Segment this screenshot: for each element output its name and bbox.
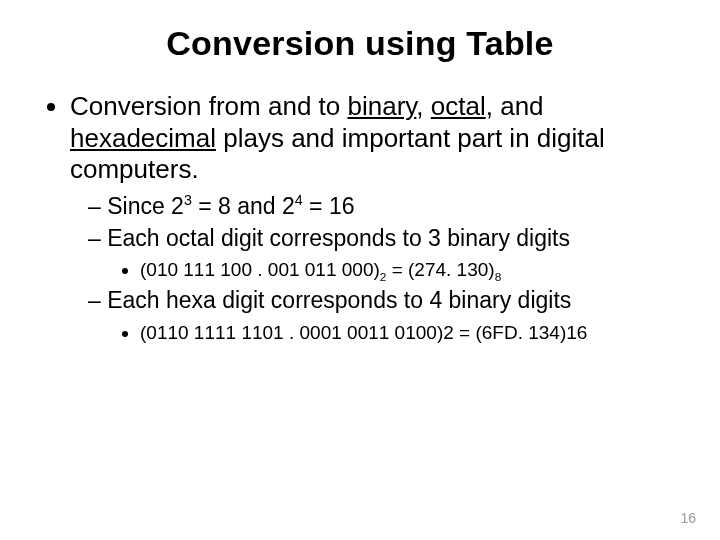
sub2-text: Each octal digit corresponds to 3 binary… xyxy=(107,225,570,251)
ex1-b: = (274. 130) xyxy=(386,259,494,280)
bullet-list-level3b: (0110 1111 1101 . 0001 0011 0100)2 = (6F… xyxy=(88,320,680,345)
slide: Conversion using Table Conversion from a… xyxy=(0,0,720,540)
ex1-base8: 8 xyxy=(495,270,502,283)
sub-bullet-1: Since 23 = 8 and 24 = 16 xyxy=(88,192,680,221)
example-2: (0110 1111 1101 . 0001 0011 0100)2 = (6F… xyxy=(140,320,680,345)
bullet-list-level3a: (010 111 100 . 001 011 000)2 = (274. 130… xyxy=(88,257,680,282)
sub3-text: Each hexa digit corresponds to 4 binary … xyxy=(107,287,571,313)
bullet-1-sep1: , xyxy=(416,91,430,121)
bullet-list-level1: Conversion from and to binary, octal, an… xyxy=(40,91,680,345)
page-number: 16 xyxy=(680,510,696,526)
underline-octal: octal xyxy=(431,91,486,121)
bullet-1-sep2: , and xyxy=(486,91,544,121)
bullet-list-level2: Since 23 = 8 and 24 = 16 Each octal digi… xyxy=(70,192,680,344)
sub1-exp4: 4 xyxy=(295,193,303,209)
ex2-text: (0110 1111 1101 . 0001 0011 0100)2 = (6F… xyxy=(140,322,587,343)
sub1-a: Since 2 xyxy=(107,193,184,219)
example-1: (010 111 100 . 001 011 000)2 = (274. 130… xyxy=(140,257,680,282)
underline-binary: binary xyxy=(347,91,416,121)
bullet-1: Conversion from and to binary, octal, an… xyxy=(70,91,680,345)
sub1-c: = 16 xyxy=(303,193,355,219)
ex1-a: (010 111 100 . 001 011 000) xyxy=(140,259,380,280)
sub1-b: = 8 and 2 xyxy=(192,193,295,219)
slide-title: Conversion using Table xyxy=(40,24,680,63)
sub1-exp3: 3 xyxy=(184,193,192,209)
sub-bullet-2: Each octal digit corresponds to 3 binary… xyxy=(88,224,680,283)
underline-hex: hexadecimal xyxy=(70,123,216,153)
bullet-1-text-pre: Conversion from and to xyxy=(70,91,347,121)
sub-bullet-3: Each hexa digit corresponds to 4 binary … xyxy=(88,286,680,345)
